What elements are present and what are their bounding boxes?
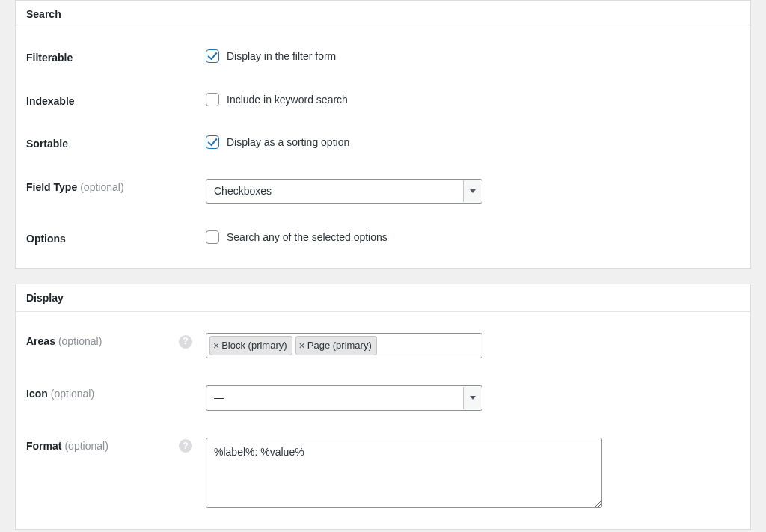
areas-label-text: Areas (26, 334, 55, 349)
field-type-row: Field Type (optional) Checkboxes (16, 165, 750, 218)
sortable-label: Sortable (26, 135, 206, 152)
sortable-checkbox[interactable] (206, 135, 219, 149)
field-type-select-value: Checkboxes (206, 179, 482, 204)
sortable-control: Display as a sorting option (206, 135, 740, 149)
options-checkbox-wrap[interactable]: Search any of the selected options (206, 230, 387, 244)
areas-tag-label: Page (primary) (307, 340, 372, 351)
indexable-row: Indexable Include in keyword search (16, 79, 750, 123)
areas-tags-input[interactable]: × Block (primary) × Page (primary) (206, 333, 482, 358)
filterable-checkbox-label: Display in the filter form (227, 50, 336, 62)
format-textarea[interactable] (206, 438, 602, 508)
areas-label: Areas (optional) ? (26, 333, 206, 349)
sortable-checkbox-label: Display as a sorting option (227, 136, 349, 148)
icon-optional: (optional) (51, 387, 94, 402)
field-type-label-text: Field Type (26, 180, 77, 195)
format-control (206, 438, 740, 508)
areas-control: × Block (primary) × Page (primary) (206, 333, 740, 358)
icon-label-text: Icon (26, 387, 48, 402)
options-control: Search any of the selected options (206, 230, 740, 244)
help-icon[interactable]: ? (179, 439, 192, 453)
display-panel-body: Areas (optional) ? × Block (primary) × P… (16, 312, 750, 529)
field-type-select[interactable]: Checkboxes (206, 179, 482, 204)
icon-select-value: — (206, 385, 482, 411)
field-type-control: Checkboxes (206, 179, 740, 204)
indexable-label: Indexable (26, 93, 206, 109)
close-icon[interactable]: × (213, 340, 219, 351)
indexable-checkbox-wrap[interactable]: Include in keyword search (206, 93, 348, 106)
search-panel: Search Filterable Display in the filter … (15, 0, 751, 269)
filterable-label: Filterable (26, 49, 206, 66)
filterable-row: Filterable Display in the filter form (16, 36, 750, 79)
options-row: Options Search any of the selected optio… (16, 217, 750, 260)
format-label-text: Format (26, 439, 61, 454)
indexable-checkbox-label: Include in keyword search (227, 94, 348, 106)
search-panel-heading: Search (16, 1, 750, 28)
search-panel-body: Filterable Display in the filter form In… (16, 28, 750, 268)
format-optional: (optional) (64, 439, 108, 454)
filterable-checkbox[interactable] (206, 49, 219, 63)
sortable-row: Sortable Display as a sorting option (16, 122, 750, 165)
format-label: Format (optional) ? (26, 438, 206, 454)
areas-tag-label: Block (primary) (221, 340, 287, 351)
format-row: Format (optional) ? (16, 424, 750, 522)
display-panel: Display Areas (optional) ? × Block (prim… (15, 284, 751, 530)
display-panel-heading: Display (16, 284, 750, 312)
areas-row: Areas (optional) ? × Block (primary) × P… (16, 319, 750, 372)
indexable-control: Include in keyword search (206, 93, 740, 106)
icon-select[interactable]: — (206, 385, 482, 411)
options-label: Options (26, 230, 206, 247)
help-icon[interactable]: ? (179, 335, 192, 349)
field-type-optional: (optional) (80, 180, 123, 195)
field-type-label: Field Type (optional) (26, 179, 206, 195)
icon-label: Icon (optional) (26, 385, 206, 402)
filterable-control: Display in the filter form (206, 49, 740, 63)
icon-row: Icon (optional) — (16, 372, 750, 424)
sortable-checkbox-wrap[interactable]: Display as a sorting option (206, 135, 349, 149)
options-checkbox-label: Search any of the selected options (227, 231, 387, 243)
filterable-checkbox-wrap[interactable]: Display in the filter form (206, 49, 336, 63)
close-icon[interactable]: × (299, 340, 305, 351)
areas-tag[interactable]: × Block (primary) (209, 336, 292, 355)
areas-tag[interactable]: × Page (primary) (295, 336, 377, 355)
icon-control: — (206, 385, 740, 411)
indexable-checkbox[interactable] (206, 93, 219, 106)
areas-optional: (optional) (58, 334, 102, 349)
options-checkbox[interactable] (206, 230, 219, 244)
